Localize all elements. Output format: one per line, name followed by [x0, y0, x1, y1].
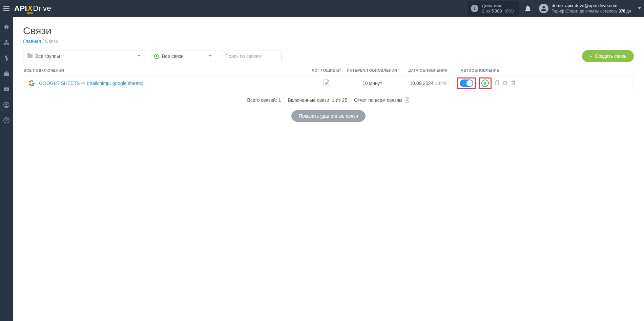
svg-rect-0: [3, 6, 9, 7]
sidebar-item-help[interactable]: [0, 116, 13, 124]
auto-update-toggle[interactable]: [460, 79, 473, 87]
summary-total: Всего связей: 1: [247, 97, 281, 103]
chevron-down-icon: [637, 6, 642, 11]
sidebar-item-billing[interactable]: [0, 54, 13, 62]
run-now-button[interactable]: [481, 79, 489, 87]
create-connection-label: Создать связь: [595, 53, 626, 59]
highlight-run: [479, 77, 492, 89]
table-header: ВСЕ ПОДКЛЮЧЕНИЯ ЛОГ / ОШИБКИ ИНТЕРВАЛ ОБ…: [23, 68, 634, 75]
row-actions: [457, 77, 525, 89]
log-button[interactable]: [324, 79, 330, 87]
gear-icon: [502, 80, 508, 86]
page-title: Связи: [23, 25, 634, 37]
row-date: 10.09.2024 13:49: [399, 81, 457, 86]
notifications-button[interactable]: [523, 5, 533, 12]
col-header-log: ЛОГ / ОШИБКИ: [308, 68, 345, 72]
user-menu-chevron[interactable]: [637, 6, 644, 11]
user-circle-icon: [3, 102, 9, 108]
briefcase-icon: [3, 71, 9, 77]
actions-limit: 5'000: [491, 8, 502, 14]
file-icon: [324, 79, 330, 86]
settings-button[interactable]: [502, 80, 508, 87]
svg-rect-2: [3, 10, 9, 11]
logo-part-api: API: [14, 4, 27, 13]
trash-icon: [511, 80, 516, 86]
status-select-label: Все связи: [162, 53, 212, 59]
actions-of: из: [485, 8, 490, 14]
play-circle-icon: [154, 54, 159, 59]
group-select-label: Все группы: [35, 53, 141, 59]
menu-icon: [3, 6, 9, 11]
actions-text: Действия: 2 из 5'000 (0%): [482, 3, 514, 14]
actions-pct: (0%): [504, 8, 514, 14]
group-select[interactable]: Все группы: [23, 50, 145, 62]
avatar-icon: [539, 4, 548, 13]
dollar-icon: [3, 55, 9, 61]
sidebar-item-home[interactable]: [0, 23, 13, 31]
folder-icon: [27, 54, 33, 58]
col-header-name: ВСЕ ПОДКЛЮЧЕНИЯ: [23, 68, 308, 72]
actions-label: Действия:: [482, 3, 514, 8]
svg-rect-10: [495, 81, 498, 85]
menu-toggle-button[interactable]: [0, 0, 13, 17]
svg-rect-1: [3, 8, 9, 9]
plan-prefix: Тариф |Старт| до оплаты осталось: [552, 9, 619, 14]
create-connection-button[interactable]: + Создать связь: [582, 50, 634, 62]
help-icon: [3, 117, 9, 123]
sidebar-item-video[interactable]: [0, 85, 13, 93]
sidebar: [0, 17, 13, 321]
col-header-date: ДАТА ОБНОВЛЕНИЯ: [399, 68, 457, 72]
topbar: APIXDrive i Действия: 2 из 5'000 (0%): [0, 0, 644, 17]
breadcrumb-current: Связи: [45, 39, 58, 44]
svg-rect-3: [6, 40, 7, 42]
user-email: demo_apix-drive@apix-drive.com: [552, 3, 631, 8]
connection-link[interactable]: GOOGLE SHEETS -> (mailchimp, google shee…: [39, 81, 144, 86]
chevron-down-icon: [208, 53, 212, 59]
info-icon: i: [471, 5, 478, 12]
logo-part-x: X: [27, 4, 33, 14]
actions-counter[interactable]: i Действия: 2 из 5'000 (0%): [468, 1, 518, 16]
user-plan: Тариф |Старт| до оплаты осталось 378 дн: [552, 9, 631, 14]
delete-button[interactable]: [511, 80, 516, 87]
sidebar-item-services[interactable]: [0, 70, 13, 78]
chevron-down-icon: [137, 53, 141, 59]
logo[interactable]: APIXDrive: [14, 4, 51, 13]
svg-point-8: [5, 104, 7, 105]
plan-days: 378: [619, 9, 625, 14]
copy-button[interactable]: [494, 80, 500, 87]
status-select[interactable]: Все связи: [150, 50, 216, 62]
breadcrumb-home[interactable]: Главная: [23, 39, 41, 44]
search-input[interactable]: [221, 50, 282, 62]
sitemap-icon: [3, 40, 9, 46]
home-icon: [3, 24, 9, 30]
summary-report-label: Отчет по всем связям:: [354, 97, 403, 103]
svg-rect-5: [8, 44, 9, 45]
row-time-value: 13:49: [435, 81, 446, 86]
highlight-toggle: [457, 77, 476, 89]
col-header-interval: ИНТЕРВАЛ ОБНОВЛЕНИЯ: [345, 68, 399, 72]
sidebar-item-account[interactable]: [0, 101, 13, 109]
plus-icon: +: [589, 53, 592, 59]
user-menu[interactable]: demo_apix-drive@apix-drive.com Тариф |Ст…: [533, 3, 637, 14]
breadcrumb-sep: /: [42, 39, 45, 44]
topbar-right: i Действия: 2 из 5'000 (0%) demo_apix-dr…: [468, 0, 644, 17]
google-icon: [29, 80, 35, 86]
summary-bar: Всего связей: 1 Включенные связи: 1 из 2…: [23, 97, 634, 103]
row-name: GOOGLE SHEETS -> (mailchimp, google shee…: [23, 80, 308, 86]
summary-enabled: Включенные связи: 1 из 25: [288, 97, 347, 103]
bell-icon: [525, 5, 531, 12]
table-row: GOOGLE SHEETS -> (mailchimp, google shee…: [23, 75, 634, 91]
svg-rect-4: [4, 44, 5, 45]
file-icon: [405, 97, 410, 103]
actions-count: 2: [482, 8, 484, 14]
layout: Связи Главная / Связи Все группы Все свя…: [0, 17, 644, 321]
filters-bar: Все группы Все связи + Создать связь: [23, 50, 634, 62]
row-date-value: 10.09.2024: [410, 81, 433, 86]
copy-icon: [494, 80, 500, 86]
logo-part-drive: Drive: [33, 4, 51, 13]
user-info: demo_apix-drive@apix-drive.com Тариф |Ст…: [552, 3, 631, 14]
summary-report-link[interactable]: Отчет по всем связям:: [354, 97, 410, 103]
show-deleted-button[interactable]: Показать удаленные связи: [291, 110, 366, 122]
youtube-icon: [3, 86, 9, 92]
sidebar-item-connections[interactable]: [0, 39, 13, 47]
